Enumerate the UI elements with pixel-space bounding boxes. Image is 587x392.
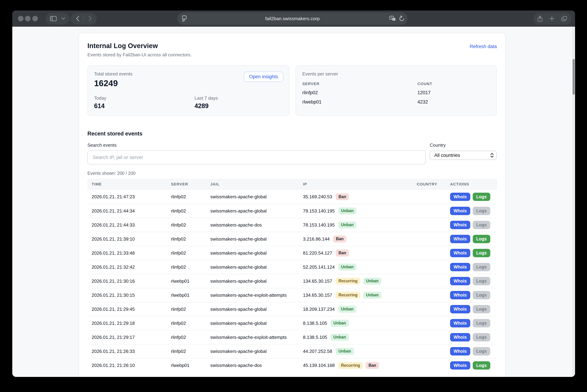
logs-button[interactable]: Logs	[473, 333, 490, 341]
per-server-row: rlwebp01 4232	[302, 99, 490, 105]
reload-icon[interactable]	[399, 16, 404, 22]
country-select[interactable]: All countries	[430, 151, 497, 160]
forward-icon[interactable]	[87, 13, 94, 24]
event-row: 2026.01.21, 21:29:45 rlinfp02 swissmaker…	[88, 302, 497, 316]
event-badges: Unban	[331, 320, 349, 327]
event-jail: swissmakers-apache-global	[206, 204, 299, 218]
logs-button[interactable]: Logs	[473, 305, 490, 313]
refresh-data-link[interactable]: Refresh data	[469, 44, 497, 49]
chevron-down-icon[interactable]	[60, 13, 67, 24]
logs-button[interactable]: Logs	[473, 207, 490, 215]
event-ip: 78.153.140.195	[303, 222, 335, 228]
event-row: 2026.01.21, 21:30:16 rlwebp01 swissmaker…	[88, 274, 497, 288]
event-jail: swissmakers-apache-dos	[206, 358, 299, 372]
event-time: 2026.01.21, 21:44:33	[88, 218, 167, 232]
scrollbar-track[interactable]	[572, 27, 575, 377]
logs-button[interactable]: Logs	[473, 277, 490, 285]
scrollbar-thumb[interactable]	[572, 59, 575, 95]
url-text[interactable]: fail2ban.swissmakers.corp	[265, 16, 320, 22]
badge-recurring: Recurring	[336, 292, 360, 299]
event-jail: swissmakers-apache-global	[206, 260, 299, 274]
per-server-title: Events per server	[302, 71, 490, 77]
events-shown-text: Events shown: 200 / 200	[88, 171, 497, 176]
event-row: 2026.01.21, 21:33:48 rlinfp02 swissmaker…	[88, 246, 497, 260]
logs-button[interactable]: Logs	[473, 361, 490, 370]
whois-button[interactable]: Whois	[450, 347, 470, 355]
event-time: 2026.01.21, 21:39:10	[88, 232, 167, 246]
event-ip: 35.169.240.53	[303, 194, 332, 200]
per-server-header: SERVER COUNT	[302, 82, 490, 86]
event-badges: Unban	[338, 208, 356, 214]
logs-button[interactable]: Logs	[473, 221, 490, 229]
sidebar-icon[interactable]	[49, 13, 58, 24]
event-ip: 134.65.30.157	[303, 278, 332, 284]
event-badges: Ban	[336, 250, 349, 256]
event-row: 2026.01.21, 21:30:15 rlwebp01 swissmaker…	[88, 288, 497, 302]
share-icon[interactable]	[536, 13, 544, 24]
whois-button[interactable]: Whois	[450, 361, 470, 370]
whois-button[interactable]: Whois	[450, 277, 470, 285]
col-actions: ACTIONS	[446, 179, 497, 190]
event-server: rlinfp02	[167, 246, 206, 260]
event-country	[412, 316, 446, 330]
event-row: 2026.01.21, 21:26:33 rlinfp02 swissmaker…	[88, 344, 497, 358]
event-server: rlinfp02	[167, 344, 206, 358]
whois-button[interactable]: Whois	[450, 193, 470, 201]
logs-button[interactable]: Logs	[473, 193, 490, 201]
events-table-header: TIME SERVER JAIL IP COUNTRY ACTIONS	[88, 179, 497, 190]
whois-button[interactable]: Whois	[450, 263, 470, 271]
event-server: rlinfp02	[167, 260, 206, 274]
tab-overview-icon[interactable]	[560, 13, 568, 24]
open-insights-button[interactable]: Open insights	[244, 72, 283, 82]
event-time: 2026.01.21, 21:26:10	[88, 358, 167, 372]
event-row: 2026.01.21, 21:29:17 rlinfp02 swissmaker…	[88, 330, 497, 344]
event-badges: RecurringBan	[338, 362, 379, 369]
event-time: 2026.01.21, 21:29:45	[88, 302, 167, 316]
event-badges: Unban	[331, 334, 349, 341]
logs-button[interactable]: Logs	[473, 319, 490, 327]
whois-button[interactable]: Whois	[450, 333, 470, 341]
back-icon[interactable]	[74, 13, 81, 24]
event-ip: 8.138.5.105	[303, 320, 327, 326]
translate-icon[interactable]: A x	[389, 16, 396, 21]
event-row: 2026.01.21, 21:26:10 rlwebp01 swissmaker…	[88, 358, 497, 372]
whois-button[interactable]: Whois	[450, 319, 470, 327]
event-badges: Ban	[333, 236, 346, 242]
logs-button[interactable]: Logs	[473, 263, 490, 271]
whois-button[interactable]: Whois	[450, 207, 470, 215]
browser-window: fail2ban.swissmakers.corp A x	[12, 10, 575, 377]
logs-button[interactable]: Logs	[473, 347, 490, 355]
logs-button[interactable]: Logs	[473, 249, 490, 257]
event-time: 2026.01.21, 21:30:16	[88, 274, 167, 288]
whois-button[interactable]: Whois	[450, 249, 470, 257]
col-time: TIME	[88, 179, 167, 190]
address-bar[interactable]: fail2ban.swissmakers.corp A x	[177, 12, 408, 25]
event-server: rlwebp01	[167, 358, 206, 372]
logs-button[interactable]: Logs	[473, 235, 490, 243]
badge-unban: Unban	[336, 348, 354, 355]
whois-button[interactable]: Whois	[450, 235, 470, 243]
event-row: 2026.01.21, 21:29:18 rlinfp02 swissmaker…	[88, 316, 497, 330]
logs-button[interactable]: Logs	[473, 291, 490, 299]
filter-controls: Search events Country All countries	[88, 142, 497, 164]
new-tab-icon[interactable]	[548, 13, 556, 24]
page-subtitle: Events stored by Fail2ban-UI across all …	[88, 52, 192, 58]
event-jail: swissmakers-apache-global	[206, 246, 299, 260]
page-format-icon[interactable]	[182, 16, 187, 22]
svg-text:A: A	[391, 16, 392, 19]
search-group: Search events	[88, 142, 426, 164]
col-ip: IP	[299, 179, 412, 190]
badge-ban: Ban	[336, 250, 349, 256]
whois-button[interactable]: Whois	[450, 305, 470, 313]
event-server: rlinfp02	[167, 316, 206, 330]
badge-unban: Unban	[363, 292, 381, 299]
close-window-button[interactable]	[18, 16, 24, 22]
whois-button[interactable]: Whois	[450, 291, 470, 299]
minimize-window-button[interactable]	[25, 16, 31, 22]
whois-button[interactable]: Whois	[450, 221, 470, 229]
zoom-window-button[interactable]	[32, 16, 38, 22]
event-country	[412, 232, 446, 246]
event-ip: 78.153.140.195	[303, 208, 335, 214]
event-server: rlwebp01	[167, 288, 206, 302]
search-input[interactable]	[88, 150, 426, 164]
